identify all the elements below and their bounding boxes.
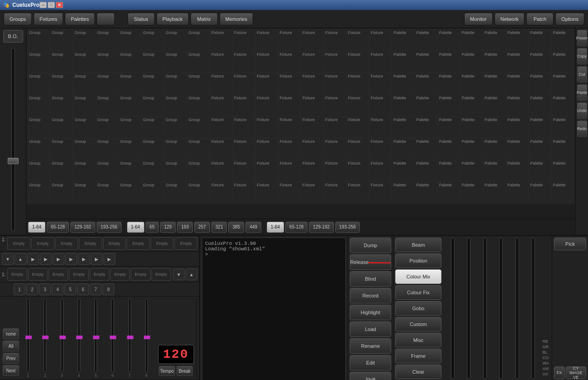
grid-cell[interactable]: Group [96,51,118,73]
grid-cell[interactable]: Palette [506,51,529,73]
grid-cell[interactable]: Palette [506,95,529,117]
num-1[interactable]: 1 [14,283,25,295]
grid-cell[interactable]: Fixture [232,95,255,117]
fader-5-handle[interactable] [93,336,99,339]
attr-position[interactable]: Position [395,253,441,268]
redo-button[interactable]: Redo [577,121,587,137]
grid-cell[interactable]: Palette [460,29,483,51]
nav-extra[interactable] [97,13,115,25]
grid-cell[interactable]: Palette [506,117,529,138]
cue-slot-4[interactable]: Empty [79,237,102,250]
grid-cell[interactable]: Palette [415,117,437,138]
grid-cell[interactable]: Fixture [301,182,323,204]
nav-options[interactable]: Options [555,13,584,25]
grid-cell[interactable]: Palette [506,29,529,51]
grid-cell[interactable]: Palette [506,138,529,160]
grid-cell[interactable]: Palette [437,51,460,73]
grid-cell[interactable]: Fixture [301,117,323,138]
attr-beam[interactable]: Beam [395,238,441,252]
release-button[interactable]: Release [350,254,391,270]
nav-memories[interactable]: Memories [220,13,253,25]
grid-cell[interactable]: Fixture [232,73,255,95]
grid-cell[interactable]: Fixture [323,160,346,182]
grid-cell[interactable]: Group [187,160,210,182]
cue2-slot-5[interactable]: Empty [90,268,109,281]
grid-cell[interactable]: Fixture [301,73,323,95]
next-button[interactable]: Next [3,365,19,376]
cue2-slot-4[interactable]: Empty [69,268,88,281]
num-2[interactable]: 2 [26,283,38,295]
grid-cell[interactable]: Fixture [255,73,278,95]
grid-cell[interactable]: Palette [506,73,529,95]
grid-cell[interactable]: Fixture [369,73,392,95]
grid-cell[interactable]: Palette [483,138,506,160]
grid-cell[interactable]: Fixture [210,95,232,117]
grid-cell[interactable]: Fixture [255,95,278,117]
page-385-center[interactable]: 385 [228,222,244,233]
grid-cell[interactable]: Fixture [278,182,301,204]
grid-cell[interactable]: Group [96,182,118,204]
grid-cell[interactable]: Palette [551,182,574,204]
grid-cell[interactable]: Fixture [301,95,323,117]
grid-cell[interactable]: Fixture [210,73,232,95]
grid-cell[interactable]: Palette [392,95,415,117]
grid-cell[interactable]: Fixture [369,51,392,73]
grid-cell[interactable]: Group [187,51,210,73]
grid-cell[interactable]: Group [28,51,50,73]
ctrl-down-2[interactable]: ▼ [173,268,185,280]
grid-cell[interactable]: Palette [392,51,415,73]
grid-cell[interactable]: Palette [392,160,415,182]
grid-cell[interactable]: Palette [392,29,415,51]
grid-cell[interactable]: Group [118,95,141,117]
grid-cell[interactable]: Group [142,95,164,117]
grid-cell[interactable]: Group [73,73,96,95]
grid-cell[interactable]: Fixture [323,51,346,73]
ctrl-down[interactable]: ▼ [2,253,14,265]
grid-cell[interactable]: Fixture [210,138,232,160]
grid-cell[interactable]: Palette [460,95,483,117]
grid-cell[interactable]: Palette [529,160,551,182]
copy-button[interactable]: Copy [577,48,587,64]
grid-cell[interactable]: Palette [415,51,437,73]
grid-cell[interactable]: Group [96,73,118,95]
grid-cell[interactable]: Group [142,160,164,182]
grid-cell[interactable]: Group [73,138,96,160]
grid-cell[interactable]: Fixture [278,117,301,138]
grid-cell[interactable]: Fixture [323,29,346,51]
grid-cell[interactable]: Group [73,51,96,73]
master-fader-handle[interactable] [8,158,19,164]
grid-cell[interactable]: Palette [392,138,415,160]
fader-3-handle[interactable] [59,336,66,339]
page-1-64-left[interactable]: 1-64 [28,222,45,233]
grid-cell[interactable]: Group [142,51,164,73]
nav-monitor[interactable]: Monitor [464,13,493,25]
grid-cell[interactable]: Palette [460,73,483,95]
cue-slot-5[interactable]: Empty [103,237,126,250]
grid-cell[interactable]: Fixture [232,160,255,182]
grid-cell[interactable]: Fixture [255,117,278,138]
attr-clear[interactable]: Clear [395,365,441,379]
grid-cell[interactable]: Fixture [369,138,392,160]
grid-cell[interactable]: Palette [483,182,506,204]
grid-cell[interactable]: Fixture [232,51,255,73]
page-1-64-right[interactable]: 1-64 [267,222,284,233]
grid-cell[interactable]: Fixture [232,138,255,160]
grid-cell[interactable]: Group [187,29,210,51]
grid-cell[interactable]: Group [28,182,50,204]
grid-cell[interactable]: Group [118,29,141,51]
grid-cell[interactable]: Fixture [210,182,232,204]
grid-cell[interactable]: Group [164,51,187,73]
attr-frame[interactable]: Frame [395,349,441,363]
fader-1-handle[interactable] [25,336,32,339]
grid-cell[interactable]: Fixture [278,51,301,73]
attr-cy-image[interactable]: CY IMAGE VE [566,366,586,379]
edit-button[interactable]: Edit [350,355,391,370]
grid-cell[interactable]: Palette [529,95,551,117]
page-193-256-left[interactable]: 193-256 [97,222,122,233]
attr-pick[interactable]: Pick [554,238,586,250]
page-65-128-right[interactable]: 65-128 [285,222,308,233]
grid-cell[interactable]: Group [50,160,73,182]
grid-cell[interactable]: Fixture [346,117,369,138]
none-button[interactable]: none [3,328,19,339]
grid-cell[interactable]: Fixture [323,138,346,160]
